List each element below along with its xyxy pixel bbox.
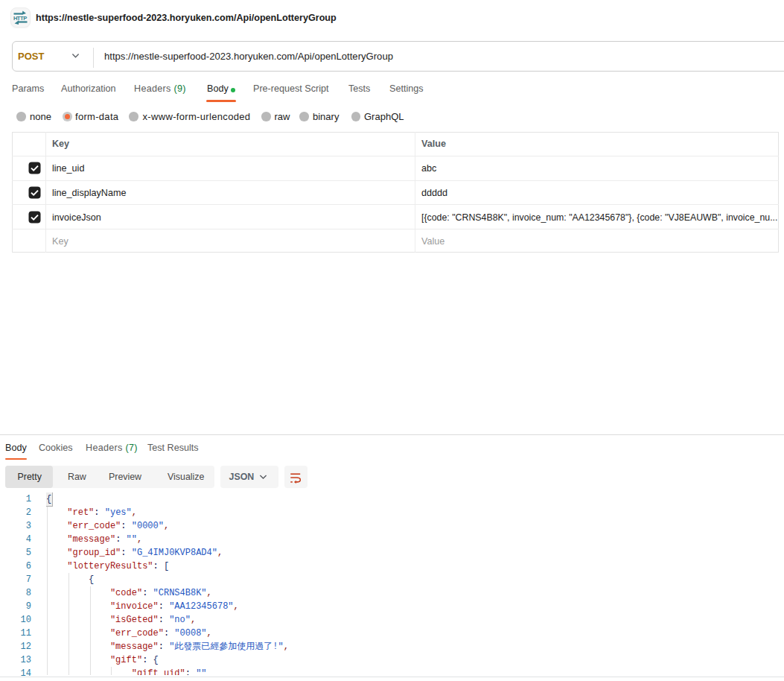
svg-text:HTTP: HTTP xyxy=(13,15,27,22)
